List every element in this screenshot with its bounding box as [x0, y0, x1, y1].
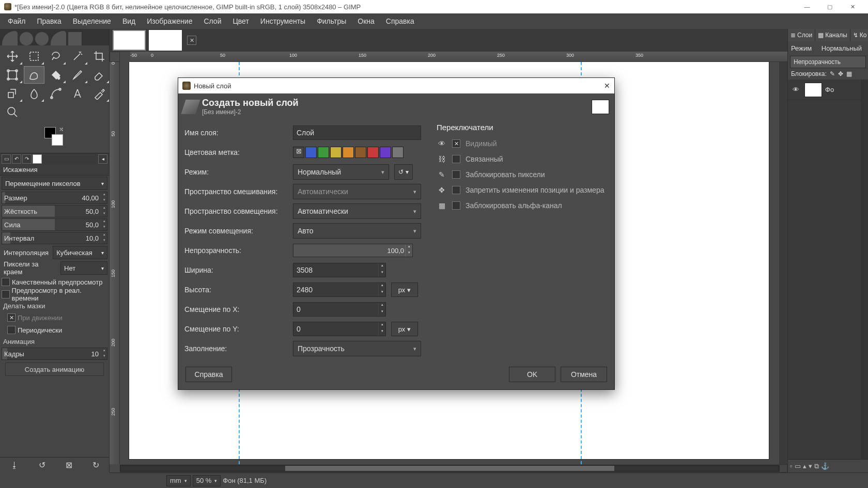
- layer-list-scrollbar[interactable]: [861, 80, 868, 459]
- smudge-tool[interactable]: [24, 85, 44, 102]
- lock-pixels-check[interactable]: [452, 170, 460, 179]
- brush-shape[interactable]: [2, 31, 18, 45]
- menu-item[interactable]: Файл: [2, 15, 31, 27]
- offset-x-input[interactable]: 0▴▾: [293, 302, 386, 317]
- comp-mode-select[interactable]: Авто▾: [293, 223, 421, 239]
- brush-tool[interactable]: [67, 66, 88, 84]
- hardness-slider[interactable]: Жёсткость50,0▴▾: [2, 205, 107, 217]
- document-tab[interactable]: [113, 30, 146, 51]
- on-move-check[interactable]: ✕: [7, 313, 16, 322]
- maximize-button[interactable]: ▢: [818, 0, 841, 13]
- blend-mode-row[interactable]: РежимНормальный: [788, 41, 868, 55]
- opacity-slider[interactable]: 100,0▴▾: [293, 244, 413, 257]
- color-tag[interactable]: [305, 147, 317, 158]
- frames-slider[interactable]: Кадры10▴▾: [2, 348, 107, 360]
- interval-slider[interactable]: Интервал10,0▴▾: [2, 232, 107, 244]
- close-button[interactable]: ✕: [841, 0, 864, 13]
- menu-item[interactable]: Вид: [117, 15, 141, 27]
- ruler-corner[interactable]: [110, 52, 120, 62]
- color-tag[interactable]: [318, 147, 329, 158]
- offset-unit-select[interactable]: px ▾: [391, 322, 418, 336]
- lower-layer-icon[interactable]: ▾: [809, 462, 812, 470]
- offset-y-input[interactable]: 0▴▾: [293, 322, 386, 336]
- realtime-preview-check[interactable]: [2, 290, 10, 298]
- color-tag[interactable]: [392, 147, 404, 158]
- lock-alpha-check[interactable]: [452, 201, 460, 210]
- mode-reset-button[interactable]: ↺ ▾: [394, 164, 413, 180]
- raise-layer-icon[interactable]: ▴: [803, 462, 807, 470]
- brush-shape[interactable]: [35, 32, 49, 45]
- duplicate-layer-icon[interactable]: ⧉: [814, 462, 819, 470]
- color-tag[interactable]: [355, 147, 366, 158]
- horizontal-scrollbar[interactable]: [120, 464, 787, 473]
- brush-shape[interactable]: [68, 32, 82, 45]
- bg-color[interactable]: [52, 134, 63, 146]
- configure-tab-icon[interactable]: ◂: [98, 154, 107, 164]
- eraser-tool[interactable]: [89, 66, 110, 84]
- dialog-titlebar[interactable]: Новый слой ✕: [178, 78, 614, 93]
- menu-item[interactable]: Выделение: [67, 15, 117, 27]
- quality-preview-check[interactable]: [2, 278, 10, 286]
- color-tag[interactable]: [380, 147, 391, 158]
- undo-history-tab-icon[interactable]: ↶: [12, 154, 21, 164]
- blend-space-select[interactable]: Автоматически▾: [293, 184, 421, 199]
- width-input[interactable]: 3508▴▾: [293, 263, 386, 277]
- lock-alpha-icon[interactable]: ▦: [846, 70, 852, 77]
- menu-item[interactable]: Правка: [31, 15, 67, 27]
- minimize-button[interactable]: —: [796, 0, 818, 13]
- layer-group-icon[interactable]: ▭: [795, 462, 801, 470]
- document-tab[interactable]: [149, 30, 182, 51]
- menu-item[interactable]: Цвет: [227, 15, 254, 27]
- unit-select[interactable]: mm▾: [166, 475, 191, 486]
- merge-down-icon[interactable]: ⚓: [821, 462, 829, 470]
- rect-select-tool[interactable]: [24, 48, 44, 65]
- lasso-tool[interactable]: [45, 48, 66, 65]
- color-tag[interactable]: ⊠: [293, 147, 304, 158]
- size-unit-select[interactable]: px ▾: [391, 282, 418, 297]
- images-tab-icon[interactable]: [33, 154, 42, 164]
- help-button[interactable]: Справка: [185, 367, 232, 382]
- zoom-select[interactable]: 50 %▾: [193, 475, 221, 486]
- layer-row[interactable]: 👁 Фо: [788, 80, 868, 100]
- paths-tab[interactable]: ↯Ко: [850, 29, 868, 41]
- brush-shape[interactable]: [51, 31, 66, 45]
- visible-check[interactable]: ✕: [452, 139, 460, 148]
- zoom-tool[interactable]: [2, 103, 23, 121]
- bucket-tool[interactable]: [45, 66, 66, 84]
- transform-tool[interactable]: [2, 66, 23, 84]
- warp-tool[interactable]: [24, 66, 44, 84]
- interp-select[interactable]: Кубическая▾: [53, 246, 107, 259]
- brush-shape[interactable]: [20, 32, 33, 45]
- close-tab-icon[interactable]: ✕: [187, 36, 196, 45]
- menu-item[interactable]: Окна: [352, 15, 380, 27]
- edge-select[interactable]: Нет▾: [60, 261, 107, 275]
- wand-tool[interactable]: [67, 48, 88, 65]
- height-input[interactable]: 2480▴▾: [293, 282, 386, 297]
- vertical-ruler[interactable]: 050100150200250: [110, 62, 120, 464]
- channels-tab[interactable]: ▦Каналы: [815, 29, 850, 41]
- layers-tab[interactable]: ≣Слои: [788, 29, 815, 41]
- force-slider[interactable]: Сила50,0▴▾: [2, 218, 107, 231]
- clone-tool[interactable]: [2, 85, 23, 102]
- cancel-button[interactable]: Отмена: [561, 367, 607, 382]
- layer-opacity-slider[interactable]: Непрозрачность: [790, 56, 866, 68]
- menu-item[interactable]: Инструменты: [255, 15, 311, 27]
- layer-name[interactable]: Фо: [825, 86, 834, 93]
- dialog-close-icon[interactable]: ✕: [604, 82, 610, 90]
- restore-preset-icon[interactable]: ↺: [39, 460, 45, 470]
- options-tab-icon[interactable]: ▭: [2, 154, 11, 164]
- nav-button[interactable]: [779, 464, 787, 473]
- picker-tool[interactable]: [89, 85, 110, 102]
- ok-button[interactable]: OK: [509, 367, 555, 382]
- periodic-check[interactable]: [7, 326, 16, 334]
- menu-item[interactable]: Изображение: [141, 15, 198, 27]
- reset-preset-icon[interactable]: ↻: [92, 460, 99, 470]
- save-preset-icon[interactable]: ⭳: [10, 461, 19, 470]
- lock-pixels-icon[interactable]: ✎: [830, 70, 835, 77]
- path-tool[interactable]: [45, 85, 66, 102]
- fg-bg-swatch[interactable]: ⤭: [0, 125, 109, 151]
- move-mode-select[interactable]: Перемещение пикселов▾: [2, 177, 107, 190]
- comp-space-select[interactable]: Автоматически▾: [293, 203, 421, 219]
- lock-position-icon[interactable]: ✥: [838, 70, 843, 77]
- text-tool[interactable]: [67, 85, 88, 102]
